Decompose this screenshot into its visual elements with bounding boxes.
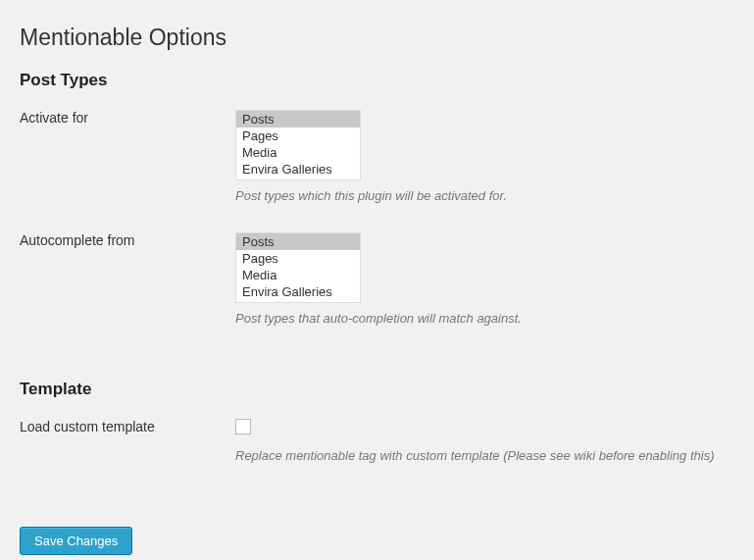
autocomplete-from-option[interactable]: Posts xyxy=(236,233,360,250)
autocomplete-from-option[interactable]: Envira Galleries xyxy=(236,283,360,300)
autocomplete-from-select[interactable]: Posts Pages Media Envira Galleries xyxy=(235,232,361,303)
load-custom-template-label: Load custom template xyxy=(20,419,235,492)
activate-for-option[interactable]: Pages xyxy=(236,127,360,144)
autocomplete-from-label: Autocomplete from xyxy=(20,232,235,355)
post-types-heading: Post Types xyxy=(20,71,734,90)
activate-for-select[interactable]: Posts Pages Media Envira Galleries xyxy=(235,110,361,180)
activate-for-description: Post types which this plugin will be act… xyxy=(235,188,734,203)
template-heading: Template xyxy=(20,380,734,399)
autocomplete-from-option[interactable]: Media xyxy=(236,267,360,283)
load-custom-template-checkbox[interactable] xyxy=(235,419,251,434)
activate-for-label: Activate for xyxy=(20,110,235,232)
page-title: Mentionable Options xyxy=(20,25,734,51)
activate-for-option[interactable]: Posts xyxy=(236,111,360,127)
activate-for-option[interactable]: Media xyxy=(236,144,360,161)
save-changes-button[interactable]: Save Changes xyxy=(20,527,132,555)
autocomplete-from-option[interactable]: Pages xyxy=(236,250,360,267)
load-custom-template-description: Replace mentionable tag with custom temp… xyxy=(235,448,734,463)
template-table: Load custom template Replace mentionable… xyxy=(20,419,734,492)
post-types-table: Activate for Posts Pages Media Envira Ga… xyxy=(20,110,734,355)
autocomplete-from-description: Post types that auto-completion will mat… xyxy=(235,311,734,326)
activate-for-option[interactable]: Envira Galleries xyxy=(236,161,360,178)
